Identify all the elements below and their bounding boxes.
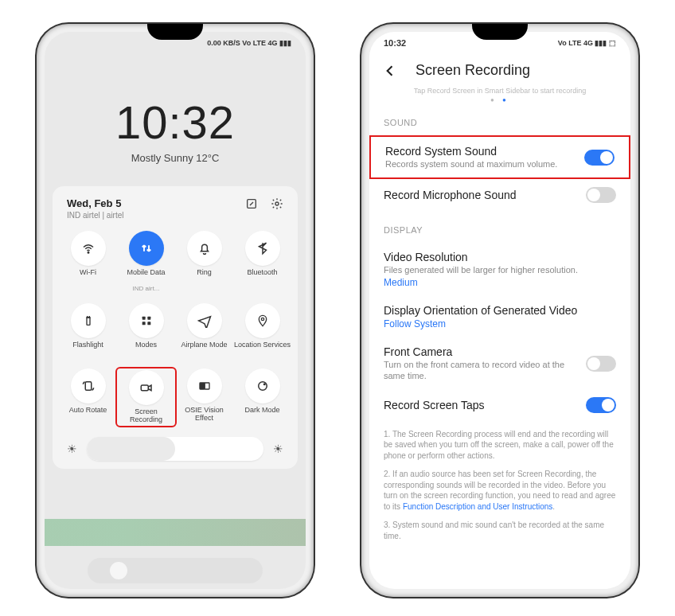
phone-frame-left: 0.00 KB/S Vo LTE 4G ▮▮▮ 10:32 Mostly Sun… [37, 24, 314, 597]
svg-rect-4 [142, 317, 145, 320]
tile-auto-rotate[interactable]: Auto Rotate [59, 368, 117, 426]
row-record-system-sound[interactable]: Record System Sound Records system sound… [385, 137, 615, 177]
status-bar: 10:32 Vo LTE 4G ▮▮▮ ⬚ [369, 32, 630, 54]
tile-label: Airplane Mode [175, 341, 233, 357]
highlight-record-system-sound: Record System Sound Records system sound… [369, 135, 630, 179]
search-pill[interactable] [88, 558, 263, 583]
clock-time: 10:32 [45, 96, 306, 149]
svg-rect-7 [147, 322, 150, 325]
flashlight-icon [82, 314, 95, 327]
bluetooth-icon [256, 241, 270, 255]
row-value: Follow System [384, 318, 616, 329]
tile-ring[interactable]: Ring [175, 231, 233, 292]
svg-rect-11 [200, 383, 205, 389]
modes-icon [140, 314, 153, 327]
camcorder-icon [139, 380, 154, 395]
settings-header: Screen Recording [369, 54, 630, 87]
edit-icon[interactable] [245, 197, 258, 210]
svg-rect-12 [205, 383, 209, 389]
row-record-mic-sound[interactable]: Record Microphone Sound [384, 179, 616, 211]
footnote-1: 1. The Screen Recording process will end… [384, 429, 616, 462]
tile-label: Screen Recording [119, 408, 174, 424]
row-video-resolution[interactable]: Video Resolution Files generated will be… [384, 243, 616, 296]
svg-rect-9 [85, 382, 92, 391]
brightness-low-icon: ☀ [67, 443, 77, 455]
tile-osie[interactable]: OSIE Vision Effect [175, 368, 233, 426]
tile-screen-recording[interactable]: Screen Recording [119, 370, 174, 424]
wifi-icon [81, 241, 96, 255]
svg-point-8 [261, 318, 263, 320]
phone-frame-right: 10:32 Vo LTE 4G ▮▮▮ ⬚ Screen Recording T… [361, 24, 638, 597]
rotate-icon [81, 379, 96, 393]
row-title: Video Resolution [384, 251, 616, 263]
home-screen: 0.00 KB/S Vo LTE 4G ▮▮▮ 10:32 Mostly Sun… [45, 32, 306, 589]
tile-label: Modes [117, 341, 175, 357]
svg-rect-5 [147, 317, 150, 320]
svg-point-1 [275, 202, 279, 205]
tile-flashlight[interactable]: Flashlight [59, 303, 117, 357]
tile-location[interactable]: Location Services [233, 303, 291, 357]
background-blur [45, 519, 306, 546]
settings-body[interactable]: Tap Record Screen in Smart Sidebar to st… [369, 87, 630, 589]
section-sound: SOUND [384, 118, 616, 127]
row-value: Medium [384, 277, 616, 288]
tile-modes[interactable]: Modes [117, 303, 175, 357]
tile-airplane[interactable]: Airplane Mode [175, 303, 233, 357]
tile-label: Location Services [233, 341, 291, 357]
row-subtitle: Files generated will be larger for highe… [384, 265, 616, 275]
tile-mobile-data[interactable]: Mobile Data IND airt... [117, 231, 175, 292]
tile-label: Ring [175, 269, 233, 285]
svg-rect-10 [141, 385, 148, 391]
footnote-3: 3. System sound and mic sound can't be r… [384, 520, 616, 541]
row-orientation[interactable]: Display Orientation of Generated Video F… [384, 296, 616, 337]
link-function-description[interactable]: Function Description and User Instructio… [403, 502, 552, 511]
navigation-bar[interactable] [45, 552, 306, 589]
row-title: Record System Sound [385, 145, 557, 158]
svg-rect-3 [87, 318, 90, 325]
row-record-taps[interactable]: Record Screen Taps [384, 389, 616, 421]
tile-label: OSIE Vision Effect [175, 407, 233, 423]
google-icon[interactable] [110, 562, 127, 579]
brightness-slider[interactable]: ☀ ☀ [67, 437, 283, 461]
quick-settings-header: Wed, Feb 5 IND airtel | airtel [59, 197, 291, 231]
back-arrow-icon[interactable] [382, 63, 398, 79]
svg-point-14 [263, 383, 265, 385]
page-indicator: ● ● [384, 96, 616, 103]
tile-bluetooth[interactable]: Bluetooth [233, 231, 291, 292]
quick-settings-dateblock: Wed, Feb 5 IND airtel | airtel [67, 197, 124, 220]
settings-screen: 10:32 Vo LTE 4G ▮▮▮ ⬚ Screen Recording T… [369, 32, 630, 589]
location-icon [256, 314, 269, 327]
row-title: Record Microphone Sound [384, 189, 517, 201]
tile-label: Bluetooth [233, 269, 291, 285]
gear-icon[interactable] [271, 197, 283, 210]
statusbar-right: Vo LTE 4G ▮▮▮ ⬚ [558, 39, 616, 47]
quick-settings-carrier: IND airtel | airtel [67, 211, 124, 220]
data-icon [139, 241, 154, 255]
toggle-record-taps[interactable] [586, 397, 616, 413]
svg-rect-6 [142, 322, 145, 325]
toggle-record-system-sound[interactable] [584, 150, 615, 166]
row-title: Record Screen Taps [384, 399, 485, 411]
tile-label: Dark Mode [233, 407, 291, 423]
weather-text: Mostly Sunny 12°C [45, 152, 306, 164]
status-bar: 0.00 KB/S Vo LTE 4G ▮▮▮ [45, 32, 306, 54]
row-front-camera[interactable]: Front Camera Turn on the front camera to… [384, 337, 616, 388]
toggle-record-mic-sound[interactable] [586, 187, 616, 203]
dark-mode-icon [256, 379, 270, 393]
brightness-high-icon: ☀ [273, 443, 283, 455]
tile-dark-mode[interactable]: Dark Mode [233, 368, 291, 426]
row-title: Display Orientation of Generated Video [384, 304, 616, 317]
tile-label: Flashlight [59, 341, 117, 357]
footnote-2: 2. If an audio source has been set for S… [384, 469, 616, 512]
hint-text: Tap Record Screen in Smart Sidebar to st… [384, 87, 616, 95]
tile-label: Wi-Fi [59, 269, 117, 285]
row-subtitle: Records system sound at maximum volume. [385, 159, 557, 170]
svg-point-2 [88, 252, 89, 254]
statusbar-left: 10:32 [384, 38, 406, 48]
tile-wifi[interactable]: Wi-Fi [59, 231, 117, 292]
bell-icon [197, 241, 212, 255]
toggle-front-camera[interactable] [586, 356, 616, 372]
brightness-track[interactable] [87, 437, 263, 461]
svg-point-13 [258, 382, 267, 391]
page-title: Screen Recording [416, 62, 530, 79]
